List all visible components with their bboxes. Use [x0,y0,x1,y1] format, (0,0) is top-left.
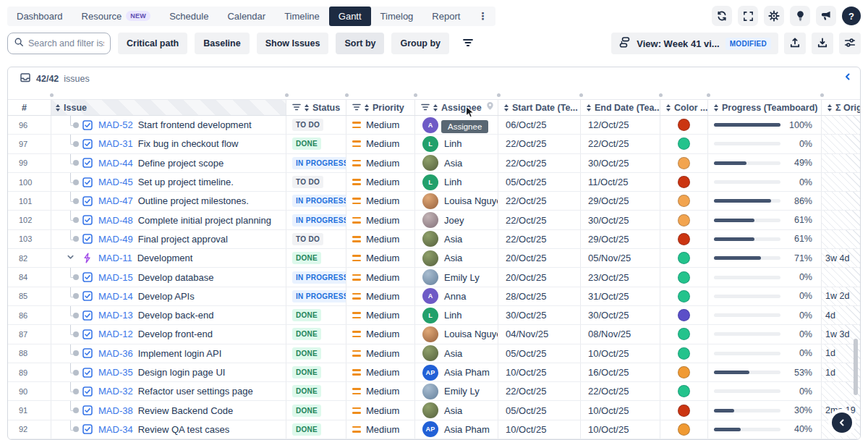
assignee-cell[interactable]: AP Asia Pham [415,420,498,439]
end-date-cell[interactable]: 10/Oct/25 [581,420,660,439]
end-date-cell[interactable]: 22/Oct/25 [581,135,660,153]
table-row[interactable]: 84 MAD-15 Develop database IN PROGRESS M… [8,268,860,287]
assignee-cell[interactable]: Asia [415,230,498,248]
end-date-cell[interactable]: 08/Nov/25 [581,325,660,343]
issue-cell[interactable]: MAD-12 Develop front-end [51,325,286,343]
progress-cell[interactable]: 40% [708,420,822,439]
column-sort-icon[interactable] [433,104,438,111]
progress-cell[interactable]: 0% [708,344,822,363]
status-cell[interactable]: IN PROGRESS [286,287,346,305]
column-resize-dot[interactable] [345,93,349,97]
color-cell[interactable] [660,287,708,305]
table-row[interactable]: 102 MAD-48 Complete initial project plan… [8,211,860,229]
progress-cell[interactable]: 30% [708,401,822,419]
sync-button[interactable] [712,6,732,26]
priority-cell[interactable]: Medium [346,306,415,324]
search-input[interactable] [28,38,104,48]
table-row[interactable]: 100 MAD-45 Set up project timeline. TO D… [8,173,860,192]
table-row[interactable]: 88 MAD-36 Implement login API DONE Mediu… [8,344,860,363]
assignee-cell[interactable]: L Linh [415,173,498,191]
show-issues-button[interactable]: Show Issues [257,33,329,54]
priority-cell[interactable]: Medium [346,192,415,210]
color-cell[interactable] [660,173,708,191]
nav-tab[interactable]: Report [422,7,469,26]
start-date-cell[interactable]: 22/Oct/25 [498,382,581,400]
issue-cell[interactable]: MAD-38 Review Backend Code [51,401,286,419]
priority-cell[interactable]: Medium [346,135,415,153]
priority-cell[interactable]: Medium [346,287,415,305]
panel-collapse-chevron-icon[interactable] [844,73,851,80]
issue-cell[interactable]: MAD-35 Design login page UI [51,363,286,381]
issue-cell[interactable]: MAD-15 Develop database [51,268,286,286]
column-resize-handles[interactable] [8,90,860,99]
issue-cell[interactable]: MAD-11 Development [51,249,286,267]
issue-key[interactable]: MAD-45 [98,177,133,187]
issue-cell[interactable]: MAD-45 Set up project timeline. [51,173,286,191]
end-date-cell[interactable]: 11/Oct/25 [581,173,660,191]
end-date-cell[interactable]: 12/Oct/25 [581,116,660,134]
end-date-cell[interactable]: 23/Oct/25 [581,268,660,286]
issue-key[interactable]: MAD-36 [98,348,133,359]
table-row[interactable]: 101 MAD-47 Outline project milestones. I… [8,192,860,211]
issue-key[interactable]: MAD-15 [98,272,133,283]
table-row[interactable]: 103 MAD-49 Final project approval TO DO … [8,230,860,249]
status-cell[interactable]: DONE [286,306,346,324]
column-resize-dot[interactable] [579,93,583,97]
start-date-cell[interactable]: 28/Oct/25 [498,287,581,305]
start-date-cell[interactable]: 22/Oct/25 [498,154,581,172]
issue-cell[interactable]: MAD-32 Refactor user settings page [51,382,286,400]
issue-key[interactable]: MAD-49 [98,234,133,245]
priority-cell[interactable]: Medium [346,249,415,267]
table-row[interactable]: 82 MAD-11 Development DONE Medium Asia 2… [8,249,860,268]
priority-cell[interactable]: Medium [346,401,415,419]
expander[interactable] [51,253,82,263]
assignee-cell[interactable]: AP Asia Pham [415,363,498,381]
priority-cell[interactable]: Medium [346,116,415,134]
table-row[interactable]: 99 MAD-44 Define project scope IN PROGRE… [8,154,860,173]
column-header[interactable]: # [8,100,51,115]
table-row[interactable]: 92 MAD-34 Review QA test cases DONE Medi… [8,420,860,439]
start-date-cell[interactable]: 22/Oct/25 [498,211,581,229]
progress-cell[interactable]: 0% [708,306,822,324]
start-date-cell[interactable]: 30/Oct/25 [498,306,581,324]
end-date-cell[interactable]: 22/Oct/25 [581,382,660,400]
priority-cell[interactable]: Medium [346,344,415,363]
assignee-cell[interactable]: Asia [415,401,498,419]
more-menu-icon[interactable]: ⋮ [469,7,495,26]
assignee-cell[interactable]: Louisa Nguyen [415,325,498,343]
table-row[interactable]: 86 MAD-13 Develop back-end DONE Medium L… [8,306,860,325]
status-cell[interactable]: DONE [286,420,346,439]
priority-cell[interactable]: Medium [346,420,415,439]
assignee-cell[interactable]: Emily Ly [415,268,498,286]
issue-key[interactable]: MAD-44 [98,158,133,169]
start-date-cell[interactable]: 10/Oct/25 [498,420,581,439]
start-date-cell[interactable]: 10/Oct/25 [498,363,581,381]
assignee-cell[interactable]: Asia [415,154,498,172]
priority-cell[interactable]: Medium [346,382,415,400]
column-header[interactable]: Σ Origin [822,100,860,115]
color-cell[interactable] [660,420,708,439]
column-header[interactable]: Priority [346,100,415,115]
start-date-cell[interactable]: 20/Oct/25 [498,268,581,286]
nav-tab[interactable]: Timelog [371,7,423,26]
table-row[interactable]: 91 MAD-38 Review Backend Code DONE Mediu… [8,401,860,420]
priority-cell[interactable]: Medium [346,211,415,229]
status-cell[interactable]: IN PROGRESS [286,154,346,172]
column-header[interactable]: Issue [51,100,286,115]
end-date-cell[interactable]: 29/Oct/25 [581,230,660,248]
start-date-cell[interactable]: 05/Oct/25 [498,173,581,191]
column-resize-dot[interactable] [497,93,501,97]
priority-cell[interactable]: Medium [346,325,415,343]
column-filter-icon[interactable] [292,103,301,113]
nav-tab[interactable]: Dashboard [7,7,72,26]
color-cell[interactable] [660,401,708,419]
progress-cell[interactable]: 0% [708,382,822,400]
table-row[interactable]: 85 MAD-14 Develop APIs IN PROGRESS Mediu… [8,287,860,306]
end-date-cell[interactable]: 30/Oct/25 [581,306,660,324]
nav-tab[interactable]: Gantt [329,7,371,26]
end-date-cell[interactable]: 10/Oct/25 [581,401,660,419]
color-cell[interactable] [660,135,708,153]
priority-cell[interactable]: Medium [346,173,415,191]
color-cell[interactable] [660,154,708,172]
table-row[interactable]: 90 MAD-32 Refactor user settings page DO… [8,382,860,401]
